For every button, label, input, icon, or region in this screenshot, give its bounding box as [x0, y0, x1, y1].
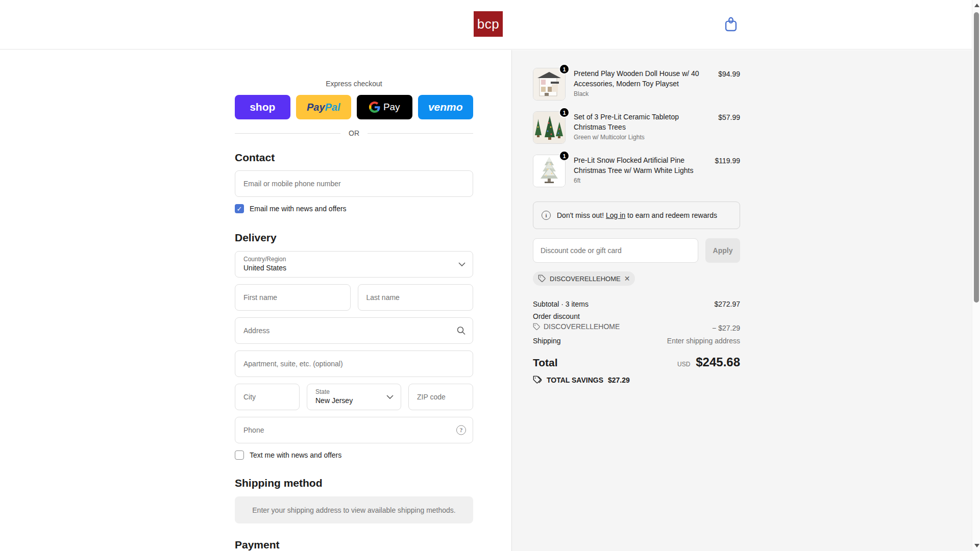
checkout-form-panel: Express checkout shop PayPal — [0, 50, 511, 551]
discount-amount: − $27.29 — [712, 324, 740, 332]
cart-item: 1 Set of 3 Pre-Lit Ceramic Tabletop Chri… — [533, 111, 740, 144]
sms-label: Text me with news and offers — [250, 451, 341, 459]
google-g-icon — [369, 102, 380, 113]
item-title: Pretend Play Wooden Doll House w/ 40 Acc… — [574, 69, 711, 89]
remove-discount-button[interactable]: ✕ — [624, 275, 630, 282]
scrollbar-down-arrow[interactable] — [974, 544, 979, 547]
discount-code-text: DISCOVERELLEHOME — [550, 275, 621, 283]
shipping-label: Shipping — [533, 337, 561, 345]
scrollbar-up-arrow[interactable] — [974, 4, 979, 7]
city-input[interactable] — [235, 384, 300, 410]
cart-item: 1 Pretend Play Wooden Doll House w/ 40 A… — [533, 68, 740, 101]
tag-icon — [538, 274, 546, 283]
quantity-badge: 1 — [559, 151, 570, 161]
apply-discount-button[interactable]: Apply — [705, 238, 740, 263]
tag-icon — [533, 323, 541, 331]
phone-input[interactable] — [235, 417, 473, 443]
city-state-zip-row: State New Jersey — [235, 384, 473, 410]
store-logo[interactable]: bcp — [474, 11, 503, 37]
item-price: $94.99 — [718, 68, 740, 78]
country-value: United States — [243, 264, 452, 272]
address-field-wrap — [235, 317, 473, 344]
express-checkout-title: Express checkout — [235, 80, 473, 88]
name-row — [235, 278, 473, 311]
venmo-button[interactable]: venmo — [418, 95, 474, 119]
shop-pay-button[interactable]: shop — [235, 95, 290, 119]
shop-pay-logo: shop — [250, 101, 275, 113]
total-savings: TOTAL SAVINGS $27.29 — [533, 375, 740, 385]
venmo-logo: venmo — [428, 101, 463, 113]
express-checkout-buttons: shop PayPal — [235, 95, 473, 119]
paypal-logo: PayPal — [307, 102, 340, 113]
rewards-text: Don't miss out! Log in to earn and redee… — [557, 211, 717, 219]
savings-value: $27.29 — [608, 376, 630, 384]
delivery-heading: Delivery — [235, 232, 473, 244]
email-input[interactable] — [235, 170, 473, 197]
paypal-button[interactable]: PayPal — [296, 95, 352, 119]
newsletter-optin[interactable]: ✓ Email me with news and offers — [235, 204, 473, 213]
discount-code-input[interactable] — [533, 238, 698, 263]
newsletter-checkbox[interactable]: ✓ — [235, 204, 244, 213]
chevron-down-icon — [458, 262, 465, 267]
item-variant: Green w/ Multicolor Lights — [574, 134, 711, 141]
subtotal-label: Subtotal · 3 items — [533, 300, 589, 308]
chevron-down-icon — [386, 395, 394, 399]
info-icon: i — [542, 211, 551, 220]
address-input[interactable] — [235, 317, 473, 344]
item-title: Pre-Lit Snow Flocked Artificial Pine Chr… — [574, 156, 707, 176]
search-icon — [456, 326, 466, 336]
total-label: Total — [533, 357, 558, 369]
header: bcp — [0, 0, 980, 49]
country-label: Country/Region — [243, 256, 452, 263]
apartment-field-wrap — [235, 350, 473, 377]
sms-checkbox[interactable] — [235, 450, 244, 460]
subtotal-value: $272.97 — [714, 300, 740, 308]
page-scrollbar[interactable] — [972, 0, 980, 551]
item-title: Set of 3 Pre-Lit Ceramic Tabletop Christ… — [574, 112, 711, 132]
phone-help-icon[interactable]: ? — [456, 425, 466, 435]
google-pay-button[interactable]: Pay — [357, 95, 412, 119]
google-pay-label: Pay — [383, 102, 400, 113]
shopping-bag-icon — [722, 15, 741, 34]
zip-input[interactable] — [408, 384, 473, 410]
order-summary-panel: 1 Pretend Play Wooden Doll House w/ 40 A… — [511, 50, 980, 551]
quantity-badge: 1 — [559, 107, 570, 118]
item-price: $119.99 — [715, 155, 740, 165]
sms-optin[interactable]: Text me with news and offers — [235, 450, 473, 460]
or-divider: OR — [235, 129, 473, 137]
cart-button[interactable] — [722, 14, 741, 35]
log-in-link[interactable]: Log in — [606, 211, 625, 219]
discount-code-line: DISCOVERELLEHOME — [544, 322, 620, 331]
total-value: $245.68 — [696, 355, 740, 369]
shipping-value: Enter shipping address — [667, 337, 740, 345]
order-discount-label: Order discount — [533, 312, 580, 320]
checkout-page: bcp Express checkout shop PayPal — [0, 0, 980, 551]
cart-item: 1 Pre-Lit Snow Flocked Artificial Pine C… — [533, 155, 740, 187]
rewards-banner: i Don't miss out! Log in to earn and red… — [533, 202, 740, 229]
applied-discount-chip: DISCOVERELLEHOME ✕ — [533, 271, 635, 286]
state-label: State — [315, 388, 380, 395]
discount-entry: Apply — [533, 238, 740, 263]
last-name-input[interactable] — [358, 284, 474, 311]
contact-heading: Contact — [235, 152, 473, 164]
item-variant: Black — [574, 90, 711, 97]
shipping-method-heading: Shipping method — [235, 477, 473, 489]
currency-code: USD — [677, 361, 690, 368]
cost-summary: Subtotal · 3 items $272.97 Order discoun… — [533, 300, 740, 385]
email-field-wrap — [235, 170, 473, 197]
item-price: $57.99 — [718, 111, 740, 121]
country-select[interactable]: Country/Region United States — [235, 251, 473, 278]
newsletter-label: Email me with news and offers — [250, 205, 347, 213]
state-value: New Jersey — [315, 396, 380, 405]
phone-field-wrap: ? — [235, 417, 473, 443]
first-name-input[interactable] — [235, 284, 351, 311]
quantity-badge: 1 — [559, 64, 570, 74]
item-variant: 6ft — [574, 177, 707, 184]
state-select[interactable]: State New Jersey — [307, 384, 401, 410]
savings-label: TOTAL SAVINGS — [547, 376, 603, 384]
tags-icon — [533, 375, 542, 385]
scrollbar-thumb[interactable] — [974, 12, 979, 303]
apartment-input[interactable] — [235, 350, 473, 377]
shipping-method-empty-state: Enter your shipping address to view avai… — [235, 496, 473, 523]
payment-heading: Payment — [235, 539, 473, 551]
